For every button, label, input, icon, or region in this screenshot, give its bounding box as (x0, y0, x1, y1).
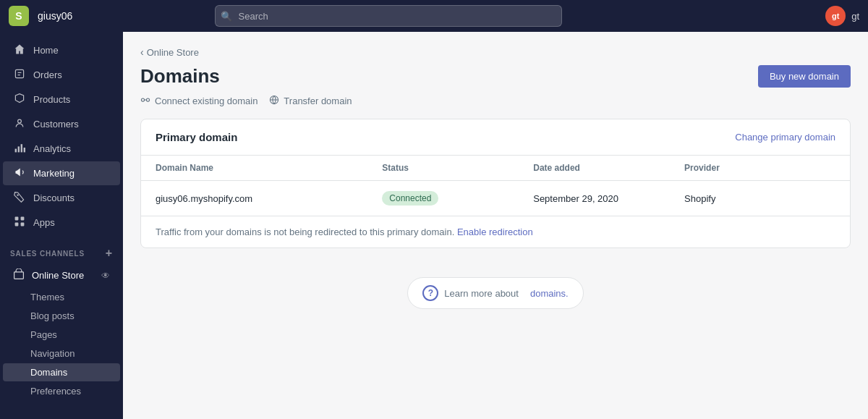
sidebar-item-discounts[interactable]: Discounts (3, 186, 120, 210)
products-icon (13, 93, 26, 106)
table-header-row: Domain Name Status Date added Provider (141, 156, 850, 181)
page-title: Domains (140, 65, 352, 88)
svg-rect-9 (15, 217, 19, 221)
primary-domain-card: Primary domain Change primary domain Dom… (140, 119, 851, 248)
connect-existing-domain-link[interactable]: Connect existing domain (140, 95, 258, 107)
status-badge: Connected (382, 191, 438, 206)
connect-domain-label: Connect existing domain (155, 96, 258, 106)
breadcrumb-label: Online Store (147, 47, 199, 58)
footer-text: Traffic from your domains is not being r… (156, 227, 454, 237)
status-cell: Connected (382, 191, 533, 206)
online-store-icon (13, 268, 25, 282)
sales-channels-label: SALES CHANNELS (10, 250, 85, 258)
svg-rect-0 (15, 69, 23, 77)
blog-posts-label: Blog posts (30, 310, 75, 321)
connect-icon (140, 95, 150, 107)
card-footer: Traffic from your domains is not being r… (141, 216, 850, 247)
svg-point-14 (141, 98, 144, 101)
sidebar-subitem-navigation[interactable]: Navigation (3, 344, 120, 363)
sidebar-item-home[interactable]: Home (3, 38, 120, 62)
col-domain-name: Domain Name (156, 163, 382, 173)
sidebar-subitem-domains[interactable]: Domains (3, 363, 120, 381)
analytics-icon (13, 142, 26, 156)
svg-rect-4 (15, 149, 17, 153)
svg-rect-12 (21, 223, 25, 227)
add-sales-channel-button[interactable]: + (106, 247, 113, 260)
sidebar-item-online-store[interactable]: Online Store 👁 (3, 263, 120, 287)
sidebar-item-marketing[interactable]: Marketing (3, 161, 120, 185)
sidebar-subitem-preferences[interactable]: Preferences (3, 382, 120, 400)
domain-name-cell: giusy06.myshopify.com (156, 193, 382, 204)
sidebar-subitem-pages[interactable]: Pages (3, 326, 120, 344)
col-date-added: Date added (533, 163, 684, 173)
breadcrumb[interactable]: ‹ Online Store (140, 46, 851, 58)
card-header: Primary domain Change primary domain (141, 119, 850, 156)
svg-rect-7 (24, 148, 25, 152)
online-store-eye-icon[interactable]: 👁 (101, 271, 110, 281)
online-store-label: Online Store (32, 270, 84, 281)
transfer-domain-link[interactable]: Transfer domain (269, 95, 352, 107)
transfer-domain-label: Transfer domain (284, 96, 352, 106)
nav-username: gt (851, 11, 859, 22)
domains-label: Domains (30, 367, 67, 378)
breadcrumb-arrow: ‹ (140, 46, 144, 58)
apps-icon (13, 216, 26, 229)
page-actions: Connect existing domain Transfer domain (140, 95, 352, 107)
buy-new-domain-button[interactable]: Buy new domain (758, 65, 851, 88)
col-status: Status (382, 163, 533, 173)
page-header: Domains Connect existing domain (140, 65, 851, 107)
search-icon: 🔍 (221, 11, 232, 22)
sidebar-item-products[interactable]: Products (3, 88, 120, 111)
enable-redirection-link[interactable]: Enable redirection (457, 227, 533, 237)
change-primary-domain-link[interactable]: Change primary domain (735, 132, 835, 143)
nav-right: gt gt (825, 6, 859, 26)
customers-icon (13, 117, 26, 131)
sidebar-subitem-blog-posts[interactable]: Blog posts (3, 307, 120, 325)
sidebar-item-customers[interactable]: Customers (3, 112, 120, 136)
page-header-left: Domains Connect existing domain (140, 65, 352, 107)
search-bar: 🔍 (215, 5, 562, 27)
svg-rect-10 (21, 217, 25, 221)
search-input[interactable] (215, 5, 562, 27)
sidebar-item-orders[interactable]: Orders (3, 63, 120, 87)
sidebar-subitem-themes[interactable]: Themes (3, 288, 120, 306)
top-navigation: S giusy06 🔍 gt gt (0, 0, 868, 32)
layout: Home Orders Products Customers Analytics (0, 32, 868, 419)
svg-rect-6 (21, 144, 22, 152)
sidebar-item-customers-label: Customers (33, 119, 79, 130)
svg-rect-11 (15, 223, 19, 227)
svg-point-15 (146, 98, 149, 101)
sidebar-item-apps[interactable]: Apps (3, 211, 120, 234)
provider-cell: Shopify (684, 193, 835, 204)
avatar: gt (825, 6, 846, 26)
sidebar-item-orders-label: Orders (33, 69, 62, 80)
sidebar-item-products-label: Products (33, 94, 70, 105)
sidebar-item-discounts-label: Discounts (33, 192, 75, 203)
pages-label: Pages (30, 329, 57, 340)
learn-more-pill: ? Learn more about domains. (407, 277, 583, 309)
learn-more-link[interactable]: domains. (530, 288, 569, 299)
col-provider: Provider (684, 163, 835, 173)
sidebar-item-home-label: Home (33, 45, 59, 56)
svg-rect-5 (18, 146, 20, 152)
learn-more-text: Learn more about (444, 288, 519, 299)
brand-name: giusy06 (38, 10, 72, 22)
svg-point-8 (17, 194, 18, 195)
preferences-label: Preferences (30, 386, 81, 397)
learn-more-section: ? Learn more about domains. (140, 263, 851, 323)
orders-icon (13, 68, 26, 82)
themes-label: Themes (30, 292, 64, 302)
home-icon (13, 43, 26, 57)
sidebar-item-apps-label: Apps (33, 217, 55, 228)
transfer-icon (269, 95, 279, 107)
svg-point-3 (18, 119, 22, 123)
main-content: ‹ Online Store Domains Connect existing … (123, 32, 868, 419)
navigation-label: Navigation (30, 348, 75, 359)
sales-channels-header: SALES CHANNELS + (0, 235, 123, 263)
sidebar-item-marketing-label: Marketing (33, 168, 75, 179)
date-cell: September 29, 2020 (533, 193, 684, 204)
sidebar: Home Orders Products Customers Analytics (0, 32, 123, 419)
sidebar-item-analytics-label: Analytics (33, 143, 71, 154)
sidebar-item-analytics[interactable]: Analytics (3, 137, 120, 161)
svg-rect-13 (14, 272, 24, 279)
